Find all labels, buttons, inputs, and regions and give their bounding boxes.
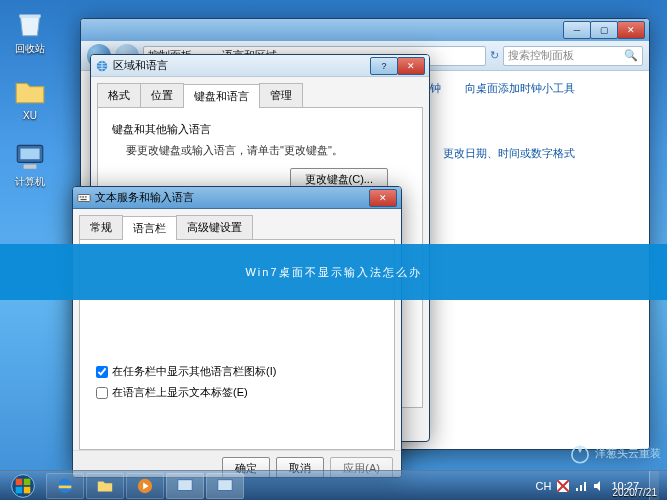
help-button[interactable]: ? — [370, 57, 398, 75]
cp-link[interactable]: 更改日期、时间或数字格式 — [443, 146, 575, 161]
svg-rect-11 — [16, 478, 23, 485]
svg-rect-18 — [218, 479, 232, 490]
watermark: 洋葱头云重装 — [567, 440, 661, 466]
checkbox-show-extra-icons[interactable]: 在任务栏中显示其他语言栏图标(I) — [96, 364, 382, 379]
ie-icon — [56, 477, 74, 495]
title-banner: Win7桌面不显示输入法怎么办 — [0, 244, 667, 300]
svg-rect-12 — [24, 478, 31, 485]
recycle-bin-icon — [13, 6, 47, 40]
taskbar-item-dialog[interactable] — [206, 473, 244, 499]
svg-rect-14 — [24, 486, 31, 493]
region-language-tabs: 格式 位置 键盘和语言 管理 — [97, 83, 423, 108]
svg-rect-6 — [82, 196, 84, 197]
folder-icon — [96, 477, 114, 495]
tab-location[interactable]: 位置 — [140, 83, 184, 107]
computer-icon — [13, 139, 47, 173]
close-button[interactable]: ✕ — [369, 189, 397, 207]
volume-icon[interactable] — [593, 480, 605, 492]
taskbar-item-explorer[interactable] — [86, 473, 124, 499]
keyboard-icon — [77, 191, 91, 205]
svg-rect-21 — [580, 485, 582, 491]
svg-rect-1 — [20, 149, 39, 160]
taskbar-item-media[interactable] — [126, 473, 164, 499]
tab-keyboard-language[interactable]: 键盘和语言 — [183, 84, 260, 108]
media-player-icon — [136, 477, 154, 495]
checkbox-input[interactable] — [96, 366, 108, 378]
desktop-icon-recycle-bin[interactable]: 回收站 — [6, 6, 54, 56]
control-panel-titlebar[interactable]: ─ ▢ ✕ — [81, 19, 649, 41]
windows-logo-icon — [10, 473, 36, 499]
desktop-icon-user-folder[interactable]: XU — [6, 74, 54, 121]
taskbar-item-control-panel[interactable] — [166, 473, 204, 499]
tray-date: 2020/7/21 — [613, 487, 658, 498]
tab-format[interactable]: 格式 — [97, 83, 141, 107]
desktop-icon-label: 回收站 — [15, 42, 45, 56]
window-icon — [216, 477, 234, 495]
svg-rect-17 — [178, 479, 192, 490]
globe-icon — [95, 59, 109, 73]
network-icon[interactable] — [575, 480, 587, 492]
region-language-titlebar[interactable]: 区域和语言 ? ✕ — [91, 55, 429, 77]
tab-advanced-keys[interactable]: 高级键设置 — [176, 215, 253, 239]
minimize-button[interactable]: ─ — [563, 21, 591, 39]
flag-icon[interactable] — [557, 480, 569, 492]
start-button[interactable] — [4, 473, 42, 499]
svg-rect-2 — [24, 165, 37, 169]
cp-link[interactable]: 向桌面添加时钟小工具 — [465, 81, 575, 96]
taskbar-item-ie[interactable] — [46, 473, 84, 499]
search-input[interactable]: 搜索控制面板 🔍 — [503, 46, 643, 66]
onion-logo-icon — [567, 440, 593, 466]
text-services-tabs: 常规 语言栏 高级键设置 — [79, 215, 395, 240]
svg-rect-22 — [584, 482, 586, 491]
desktop-icon-label: XU — [23, 110, 37, 121]
taskbar: CH 10:27 — [0, 470, 667, 500]
window-icon — [176, 477, 194, 495]
svg-rect-5 — [80, 196, 82, 197]
svg-rect-8 — [81, 198, 87, 199]
text-services-titlebar[interactable]: 文本服务和输入语言 ✕ — [73, 187, 401, 209]
svg-rect-7 — [85, 196, 87, 197]
folder-icon — [13, 74, 47, 108]
checkbox-input[interactable] — [96, 387, 108, 399]
checkbox-show-text-labels[interactable]: 在语言栏上显示文本标签(E) — [96, 385, 382, 400]
text-services-dialog: 文本服务和输入语言 ✕ 常规 语言栏 高级键设置 在任务栏中显示其他语言栏图标(… — [72, 186, 402, 478]
refresh-icon[interactable]: ↻ — [490, 49, 499, 62]
close-button[interactable]: ✕ — [397, 57, 425, 75]
ime-indicator[interactable]: CH — [536, 480, 552, 492]
desktop-icon-label: 计算机 — [15, 175, 45, 189]
group-label: 键盘和其他输入语言 — [112, 122, 408, 137]
desktop-icon-computer[interactable]: 计算机 — [6, 139, 54, 189]
svg-point-10 — [12, 474, 35, 497]
tab-language-bar[interactable]: 语言栏 — [122, 216, 177, 240]
close-button[interactable]: ✕ — [617, 21, 645, 39]
svg-rect-20 — [576, 488, 578, 491]
svg-rect-4 — [78, 194, 90, 201]
tab-administrative[interactable]: 管理 — [259, 83, 303, 107]
maximize-button[interactable]: ▢ — [590, 21, 618, 39]
hint-text: 要更改键盘或输入语言，请单击"更改键盘"。 — [126, 143, 408, 158]
search-icon: 🔍 — [624, 49, 638, 62]
tab-general[interactable]: 常规 — [79, 215, 123, 239]
svg-rect-13 — [16, 486, 23, 493]
